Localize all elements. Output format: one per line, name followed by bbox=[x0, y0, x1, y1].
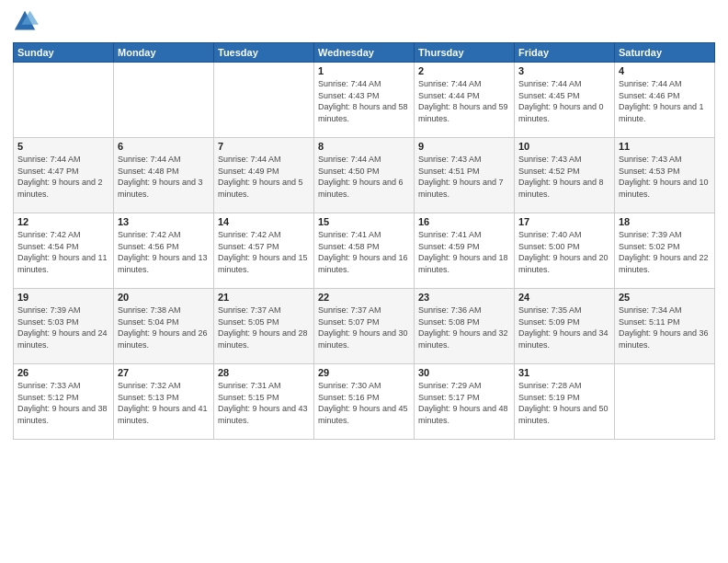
calendar-week-2: 5Sunrise: 7:44 AM Sunset: 4:47 PM Daylig… bbox=[14, 138, 715, 213]
calendar-cell bbox=[14, 63, 114, 138]
day-info: Sunrise: 7:37 AM Sunset: 5:05 PM Dayligh… bbox=[218, 304, 310, 350]
calendar-header-row: SundayMondayTuesdayWednesdayThursdayFrid… bbox=[14, 43, 715, 63]
calendar-cell: 26Sunrise: 7:33 AM Sunset: 5:12 PM Dayli… bbox=[14, 364, 114, 440]
day-number: 22 bbox=[318, 292, 410, 303]
calendar-cell: 11Sunrise: 7:43 AM Sunset: 4:53 PM Dayli… bbox=[615, 138, 715, 213]
calendar-cell: 23Sunrise: 7:36 AM Sunset: 5:08 PM Dayli… bbox=[415, 289, 515, 364]
day-number: 2 bbox=[418, 65, 510, 76]
day-number: 15 bbox=[318, 216, 410, 227]
calendar-cell bbox=[214, 63, 314, 138]
day-info: Sunrise: 7:43 AM Sunset: 4:52 PM Dayligh… bbox=[518, 154, 610, 200]
calendar-week-1: 1Sunrise: 7:44 AM Sunset: 4:43 PM Daylig… bbox=[14, 63, 715, 138]
day-number: 4 bbox=[619, 65, 711, 76]
calendar-cell: 8Sunrise: 7:44 AM Sunset: 4:50 PM Daylig… bbox=[314, 138, 415, 213]
day-info: Sunrise: 7:29 AM Sunset: 5:17 PM Dayligh… bbox=[418, 380, 510, 426]
day-info: Sunrise: 7:41 AM Sunset: 4:59 PM Dayligh… bbox=[418, 229, 510, 275]
calendar-cell: 31Sunrise: 7:28 AM Sunset: 5:19 PM Dayli… bbox=[515, 364, 615, 440]
day-number: 24 bbox=[518, 292, 610, 303]
day-number: 16 bbox=[418, 216, 510, 227]
day-info: Sunrise: 7:38 AM Sunset: 5:04 PM Dayligh… bbox=[118, 304, 210, 350]
day-number: 3 bbox=[518, 65, 610, 76]
calendar-cell: 4Sunrise: 7:44 AM Sunset: 4:46 PM Daylig… bbox=[615, 63, 715, 138]
day-info: Sunrise: 7:34 AM Sunset: 5:11 PM Dayligh… bbox=[619, 304, 711, 350]
day-number: 17 bbox=[518, 216, 610, 227]
calendar-cell bbox=[615, 364, 715, 440]
logo bbox=[13, 9, 42, 35]
day-info: Sunrise: 7:32 AM Sunset: 5:13 PM Dayligh… bbox=[118, 380, 210, 426]
day-info: Sunrise: 7:41 AM Sunset: 4:58 PM Dayligh… bbox=[318, 229, 410, 275]
calendar-cell: 28Sunrise: 7:31 AM Sunset: 5:15 PM Dayli… bbox=[214, 364, 314, 440]
calendar-cell: 24Sunrise: 7:35 AM Sunset: 5:09 PM Dayli… bbox=[515, 289, 615, 364]
day-number: 30 bbox=[418, 367, 510, 378]
calendar-cell bbox=[114, 63, 214, 138]
day-info: Sunrise: 7:42 AM Sunset: 4:54 PM Dayligh… bbox=[17, 229, 109, 275]
day-number: 23 bbox=[418, 292, 510, 303]
day-info: Sunrise: 7:44 AM Sunset: 4:49 PM Dayligh… bbox=[218, 154, 310, 200]
day-number: 26 bbox=[17, 367, 109, 378]
day-info: Sunrise: 7:43 AM Sunset: 4:53 PM Dayligh… bbox=[619, 154, 711, 200]
day-number: 8 bbox=[318, 141, 410, 152]
calendar-header-sunday: Sunday bbox=[14, 43, 114, 63]
day-info: Sunrise: 7:30 AM Sunset: 5:16 PM Dayligh… bbox=[318, 380, 410, 426]
calendar-cell: 18Sunrise: 7:39 AM Sunset: 5:02 PM Dayli… bbox=[615, 213, 715, 289]
calendar: SundayMondayTuesdayWednesdayThursdayFrid… bbox=[13, 42, 715, 440]
calendar-header-wednesday: Wednesday bbox=[314, 43, 415, 63]
header bbox=[13, 9, 715, 35]
calendar-cell: 13Sunrise: 7:42 AM Sunset: 4:56 PM Dayli… bbox=[114, 213, 214, 289]
calendar-cell: 16Sunrise: 7:41 AM Sunset: 4:59 PM Dayli… bbox=[415, 213, 515, 289]
day-number: 9 bbox=[418, 141, 510, 152]
day-info: Sunrise: 7:44 AM Sunset: 4:50 PM Dayligh… bbox=[318, 154, 410, 200]
calendar-cell: 2Sunrise: 7:44 AM Sunset: 4:44 PM Daylig… bbox=[415, 63, 515, 138]
calendar-week-3: 12Sunrise: 7:42 AM Sunset: 4:54 PM Dayli… bbox=[14, 213, 715, 289]
calendar-cell: 10Sunrise: 7:43 AM Sunset: 4:52 PM Dayli… bbox=[515, 138, 615, 213]
day-number: 10 bbox=[518, 141, 610, 152]
day-number: 27 bbox=[118, 367, 210, 378]
day-info: Sunrise: 7:40 AM Sunset: 5:00 PM Dayligh… bbox=[518, 229, 610, 275]
calendar-cell: 20Sunrise: 7:38 AM Sunset: 5:04 PM Dayli… bbox=[114, 289, 214, 364]
day-number: 21 bbox=[218, 292, 310, 303]
day-number: 20 bbox=[118, 292, 210, 303]
day-info: Sunrise: 7:36 AM Sunset: 5:08 PM Dayligh… bbox=[418, 304, 510, 350]
calendar-cell: 22Sunrise: 7:37 AM Sunset: 5:07 PM Dayli… bbox=[314, 289, 415, 364]
day-info: Sunrise: 7:44 AM Sunset: 4:45 PM Dayligh… bbox=[518, 78, 610, 124]
day-number: 14 bbox=[218, 216, 310, 227]
day-info: Sunrise: 7:44 AM Sunset: 4:46 PM Dayligh… bbox=[619, 78, 711, 124]
day-info: Sunrise: 7:39 AM Sunset: 5:02 PM Dayligh… bbox=[619, 229, 711, 275]
calendar-header-tuesday: Tuesday bbox=[214, 43, 314, 63]
day-number: 13 bbox=[118, 216, 210, 227]
calendar-cell: 3Sunrise: 7:44 AM Sunset: 4:45 PM Daylig… bbox=[515, 63, 615, 138]
calendar-header-thursday: Thursday bbox=[415, 43, 515, 63]
calendar-cell: 25Sunrise: 7:34 AM Sunset: 5:11 PM Dayli… bbox=[615, 289, 715, 364]
calendar-cell: 9Sunrise: 7:43 AM Sunset: 4:51 PM Daylig… bbox=[415, 138, 515, 213]
calendar-week-4: 19Sunrise: 7:39 AM Sunset: 5:03 PM Dayli… bbox=[14, 289, 715, 364]
logo-icon bbox=[13, 9, 39, 35]
day-info: Sunrise: 7:37 AM Sunset: 5:07 PM Dayligh… bbox=[318, 304, 410, 350]
calendar-cell: 14Sunrise: 7:42 AM Sunset: 4:57 PM Dayli… bbox=[214, 213, 314, 289]
calendar-header-saturday: Saturday bbox=[615, 43, 715, 63]
calendar-cell: 15Sunrise: 7:41 AM Sunset: 4:58 PM Dayli… bbox=[314, 213, 415, 289]
day-info: Sunrise: 7:44 AM Sunset: 4:43 PM Dayligh… bbox=[318, 78, 410, 124]
day-number: 6 bbox=[118, 141, 210, 152]
day-info: Sunrise: 7:44 AM Sunset: 4:48 PM Dayligh… bbox=[118, 154, 210, 200]
day-number: 11 bbox=[619, 141, 711, 152]
calendar-cell: 19Sunrise: 7:39 AM Sunset: 5:03 PM Dayli… bbox=[14, 289, 114, 364]
calendar-header-monday: Monday bbox=[114, 43, 214, 63]
calendar-cell: 21Sunrise: 7:37 AM Sunset: 5:05 PM Dayli… bbox=[214, 289, 314, 364]
day-number: 29 bbox=[318, 367, 410, 378]
calendar-header-friday: Friday bbox=[515, 43, 615, 63]
calendar-cell: 12Sunrise: 7:42 AM Sunset: 4:54 PM Dayli… bbox=[14, 213, 114, 289]
page-container: SundayMondayTuesdayWednesdayThursdayFrid… bbox=[0, 0, 728, 563]
day-info: Sunrise: 7:35 AM Sunset: 5:09 PM Dayligh… bbox=[518, 304, 610, 350]
day-number: 28 bbox=[218, 367, 310, 378]
day-number: 19 bbox=[17, 292, 109, 303]
day-info: Sunrise: 7:28 AM Sunset: 5:19 PM Dayligh… bbox=[518, 380, 610, 426]
day-number: 31 bbox=[518, 367, 610, 378]
day-number: 18 bbox=[619, 216, 711, 227]
calendar-cell: 6Sunrise: 7:44 AM Sunset: 4:48 PM Daylig… bbox=[114, 138, 214, 213]
day-info: Sunrise: 7:44 AM Sunset: 4:47 PM Dayligh… bbox=[17, 154, 109, 200]
calendar-week-5: 26Sunrise: 7:33 AM Sunset: 5:12 PM Dayli… bbox=[14, 364, 715, 440]
day-info: Sunrise: 7:42 AM Sunset: 4:56 PM Dayligh… bbox=[118, 229, 210, 275]
calendar-cell: 30Sunrise: 7:29 AM Sunset: 5:17 PM Dayli… bbox=[415, 364, 515, 440]
day-info: Sunrise: 7:42 AM Sunset: 4:57 PM Dayligh… bbox=[218, 229, 310, 275]
day-info: Sunrise: 7:44 AM Sunset: 4:44 PM Dayligh… bbox=[418, 78, 510, 124]
